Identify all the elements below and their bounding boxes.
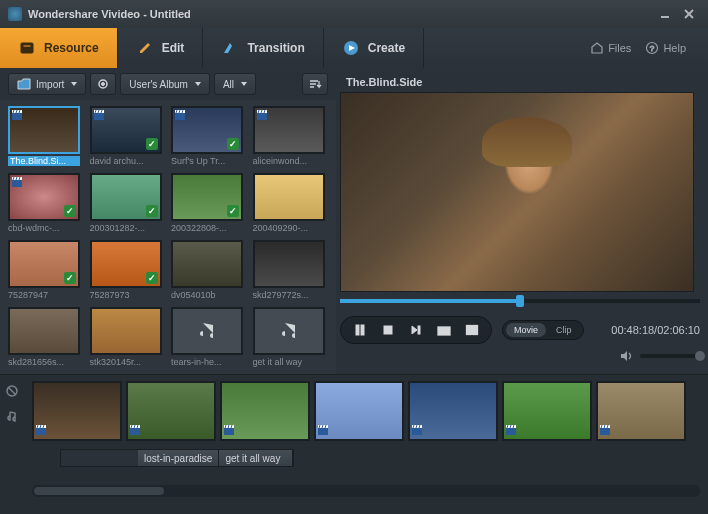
timeline-clip[interactable] [314,381,404,441]
filter-select[interactable]: All [214,73,256,95]
video-badge-icon [130,425,142,437]
media-thumb[interactable]: stk320145r... [90,307,166,368]
media-thumb[interactable]: 200301282-... [90,173,166,234]
video-badge-icon [506,425,518,437]
media-thumb[interactable]: The.Blind.Si... [8,106,84,167]
timeline-scrollbar[interactable] [32,485,700,497]
timeline-clip[interactable] [220,381,310,441]
tab-resource[interactable]: Resource [0,28,118,68]
svg-rect-38 [356,325,359,335]
minimize-button[interactable] [654,5,676,23]
tab-transition[interactable]: Transition [203,28,323,68]
svg-point-43 [442,329,446,333]
thumb-label: dv054010b [171,290,243,300]
svg-rect-39 [361,325,364,335]
progress-knob[interactable] [516,295,524,307]
timeline-clip[interactable] [408,381,498,441]
thumb-label: get it all way [253,357,325,367]
timeline-clip[interactable] [502,381,592,441]
edit-icon [136,39,154,57]
preview-area[interactable] [340,92,694,292]
svg-rect-4 [23,45,31,47]
media-thumb[interactable]: cbd-wdmc-... [8,173,84,234]
svg-text:?: ? [650,44,655,53]
thumb-label: 75287947 [8,290,80,300]
tab-create[interactable]: Create [324,28,424,68]
thumb-label: 200409290-... [253,223,325,233]
timeline-clip[interactable] [126,381,216,441]
progress-bar[interactable] [340,294,700,308]
files-link[interactable]: Files [590,41,631,55]
sort-button[interactable] [302,73,328,95]
movie-mode-button[interactable]: Movie [506,323,546,337]
import-label: Import [36,79,64,90]
media-thumb[interactable]: skd281656s... [8,307,84,368]
audio-icon [171,307,243,355]
timeline-audio-track[interactable]: lost-in-paradise get it all way [60,449,294,467]
fullscreen-button[interactable] [463,321,481,339]
media-thumb[interactable]: skd279772s... [253,240,329,301]
files-label: Files [608,42,631,54]
import-button[interactable]: Import [8,73,86,95]
app-logo [8,7,22,21]
timeline-clip[interactable] [32,381,122,441]
media-thumb[interactable]: dv054010b [171,240,247,301]
svg-rect-44 [467,326,478,335]
tab-label: Transition [247,41,304,55]
volume-slider[interactable] [640,354,700,358]
media-toolbar: Import User's Album All [0,68,336,100]
media-thumb[interactable]: aliceinwond... [253,106,329,167]
stop-button[interactable] [379,321,397,339]
check-icon [146,138,158,150]
timeline-audio-button[interactable] [2,407,22,427]
thumb-label: 200322808-... [171,223,243,233]
filter-label: All [223,79,234,90]
video-badge-icon [36,425,48,437]
album-select[interactable]: User's Album [120,73,210,95]
snapshot-button[interactable] [435,321,453,339]
clip-mode-button[interactable]: Clip [548,323,580,337]
thumb-label: 200301282-... [90,223,162,233]
media-thumb[interactable]: david archu... [90,106,166,167]
media-thumb[interactable]: 75287973 [90,240,166,301]
timeline-video-track[interactable] [24,375,708,447]
audio-clip[interactable]: get it all way [219,450,293,466]
tab-label: Resource [44,41,99,55]
svg-rect-40 [384,326,392,334]
media-thumb[interactable]: 200409290-... [253,173,329,234]
timeline-clip[interactable] [596,381,686,441]
titlebar: Wondershare Vivideo - Untitled [0,0,708,28]
media-thumb[interactable]: get it all way [253,307,329,368]
tab-edit[interactable]: Edit [118,28,204,68]
check-icon [64,205,76,217]
timeline-fx-button[interactable] [2,381,22,401]
close-button[interactable] [678,5,700,23]
create-icon [342,39,360,57]
media-thumb[interactable]: 200322808-... [171,173,247,234]
window-title: Wondershare Vivideo - Untitled [28,8,191,20]
media-thumb[interactable]: tears-in-he... [171,307,247,368]
audio-clip[interactable]: lost-in-paradise [138,450,219,466]
transition-icon [221,39,239,57]
resource-icon [18,39,36,57]
media-thumb[interactable]: Surf's Up Tr... [171,106,247,167]
help-link[interactable]: ? Help [645,41,686,55]
scrollbar-thumb[interactable] [34,487,164,495]
chevron-down-icon [71,82,77,86]
video-badge-icon [12,110,22,120]
timeline: lost-in-paradise get it all way [0,374,708,514]
capture-button[interactable] [90,73,116,95]
video-badge-icon [12,177,22,187]
thumb-label: The.Blind.Si... [8,156,80,166]
svg-rect-41 [418,326,420,334]
audio-icon [253,307,325,355]
preview-frame [341,93,693,291]
svg-line-46 [8,387,16,395]
next-button[interactable] [407,321,425,339]
volume-icon [620,350,634,362]
video-badge-icon [257,110,267,120]
video-badge-icon [224,425,236,437]
media-thumb[interactable]: 75287947 [8,240,84,301]
svg-point-9 [102,83,105,86]
pause-button[interactable] [351,321,369,339]
